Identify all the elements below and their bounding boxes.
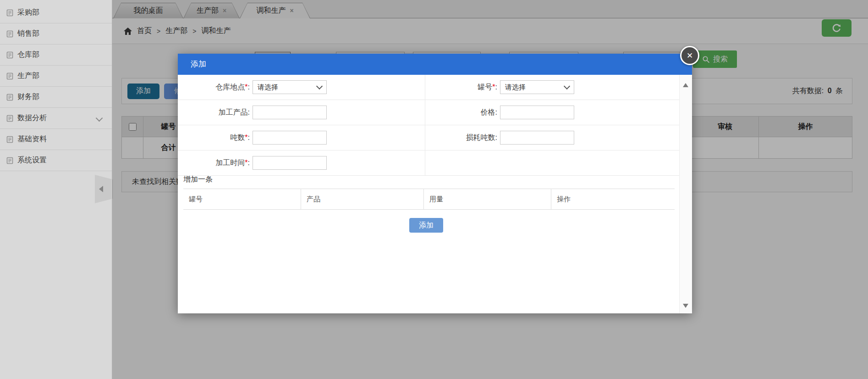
form-row: 加工时间*: bbox=[178, 150, 679, 176]
form-row: 加工产品: 价格: bbox=[178, 100, 679, 125]
sidebar-item-data-analysis[interactable]: 数据分析 bbox=[0, 108, 112, 129]
form-row: 仓库地点*: 请选择 罐号*: 请选择 bbox=[178, 75, 679, 100]
sidebar-item-label: 仓库部 bbox=[17, 50, 39, 60]
tank-select[interactable]: 请选择 bbox=[500, 80, 574, 94]
warehouse-select[interactable]: 请选择 bbox=[253, 80, 327, 94]
document-icon bbox=[6, 30, 13, 38]
sidebar-item-finance[interactable]: 财务部 bbox=[0, 87, 112, 108]
ingredient-col-tank: 罐号 bbox=[183, 189, 301, 209]
form-cell-empty bbox=[425, 150, 679, 175]
sidebar-item-label: 财务部 bbox=[17, 92, 39, 102]
ingredient-col-action: 操作 bbox=[551, 189, 675, 209]
processed-product-input[interactable] bbox=[253, 106, 327, 119]
form-cell: 罐号*: 请选择 bbox=[425, 75, 679, 100]
price-input[interactable] bbox=[500, 106, 574, 119]
chevron-down-icon bbox=[96, 115, 103, 122]
sidebar-collapse-handle[interactable] bbox=[95, 175, 113, 203]
tonnage-input[interactable] bbox=[253, 131, 327, 145]
sidebar-item-base-data[interactable]: 基础资料 bbox=[0, 129, 112, 150]
scroll-up-icon[interactable] bbox=[683, 83, 688, 87]
sidebar-item-warehouse[interactable]: 仓库部 bbox=[0, 45, 112, 66]
sidebar-item-system-settings[interactable]: 系统设置 bbox=[0, 150, 112, 171]
modal-scrollbar[interactable] bbox=[679, 75, 692, 313]
sidebar-item-production[interactable]: 生产部 bbox=[0, 66, 112, 87]
close-icon: ✕ bbox=[687, 51, 693, 61]
sidebar-item-purchasing[interactable]: 采购部 bbox=[0, 2, 112, 23]
document-icon bbox=[6, 72, 13, 80]
sidebar-item-label: 生产部 bbox=[17, 71, 39, 81]
form-cell: 加工时间*: bbox=[178, 150, 425, 175]
select-value: 请选择 bbox=[505, 83, 526, 92]
field-label-tank: 罐号*: bbox=[425, 83, 497, 92]
sidebar-item-label: 系统设置 bbox=[17, 156, 47, 165]
ingredient-col-amount: 用量 bbox=[423, 189, 551, 209]
sidebar-item-label: 销售部 bbox=[17, 29, 39, 39]
form-cell: 损耗吨数: bbox=[425, 125, 679, 150]
field-label-price: 价格: bbox=[425, 108, 497, 117]
form-cell: 价格: bbox=[425, 100, 679, 125]
dialog-title: 添加 bbox=[191, 60, 206, 68]
sidebar-item-sales[interactable]: 销售部 bbox=[0, 23, 112, 45]
add-dialog: 添加 ✕ 仓库地点*: 请选择 罐号*: 请选择 bbox=[178, 54, 692, 313]
field-label-processed-product: 加工产品: bbox=[178, 108, 250, 117]
ingredient-table-header: 罐号 产品 用量 操作 bbox=[183, 189, 675, 210]
field-label-loss-tonnage: 损耗吨数: bbox=[425, 133, 497, 143]
app-root: 采购部 销售部 仓库部 生产部 财务部 bbox=[0, 0, 868, 379]
field-label-tonnage: 吨数*: bbox=[178, 133, 250, 143]
document-icon bbox=[6, 136, 13, 143]
chevron-down-icon bbox=[316, 83, 323, 89]
collapse-left-icon bbox=[99, 186, 103, 192]
dialog-header[interactable]: 添加 bbox=[178, 54, 692, 75]
dialog-add-submit-button[interactable]: 添加 bbox=[409, 218, 443, 233]
form-cell: 吨数*: bbox=[178, 125, 425, 150]
select-value: 请选择 bbox=[258, 83, 278, 92]
document-icon bbox=[6, 51, 13, 59]
processing-time-input[interactable] bbox=[253, 156, 327, 170]
chevron-down-icon bbox=[564, 83, 570, 89]
loss-tonnage-input[interactable] bbox=[500, 131, 574, 145]
form-cell: 仓库地点*: 请选择 bbox=[178, 75, 425, 100]
document-icon bbox=[6, 94, 13, 101]
field-label-warehouse: 仓库地点*: bbox=[178, 83, 250, 92]
sidebar-item-label: 采购部 bbox=[17, 8, 39, 17]
dialog-close-button[interactable]: ✕ bbox=[680, 46, 699, 65]
form-row: 吨数*: 损耗吨数: bbox=[178, 125, 679, 150]
field-label-processing-time: 加工时间*: bbox=[178, 158, 250, 168]
document-icon bbox=[6, 115, 13, 122]
scroll-down-icon[interactable] bbox=[683, 304, 688, 308]
ingredient-col-product: 产品 bbox=[301, 189, 423, 209]
add-row-section-label: 增加一条 bbox=[183, 175, 213, 184]
document-icon bbox=[6, 157, 13, 164]
document-icon bbox=[6, 9, 13, 17]
sidebar-item-label: 数据分析 bbox=[17, 113, 47, 123]
sidebar-item-label: 基础资料 bbox=[17, 134, 47, 144]
form-cell: 加工产品: bbox=[178, 100, 425, 125]
